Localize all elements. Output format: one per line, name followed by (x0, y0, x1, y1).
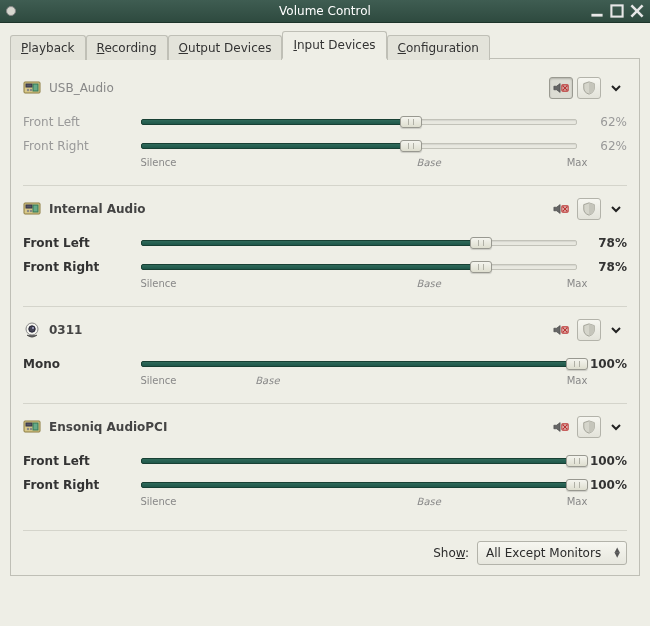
scale-max: Max (567, 278, 588, 289)
tabs: PlaybackRecordingOutput DevicesInput Dev… (10, 33, 640, 59)
scale-base: Base (417, 278, 441, 289)
window-close-button[interactable] (630, 4, 644, 18)
soundcard-icon (23, 79, 41, 97)
titlebar-appmenu[interactable] (6, 6, 16, 16)
scale-max: Max (567, 157, 588, 168)
svg-point-16 (30, 210, 32, 212)
svg-point-7 (27, 89, 29, 91)
mute-button[interactable] (549, 77, 573, 99)
device-name: USB_Audio (49, 81, 541, 95)
show-label: Show: (433, 546, 469, 560)
tab-playback[interactable]: Playback (10, 35, 86, 60)
channel-label: Front Left (23, 454, 141, 468)
scale-max: Max (567, 375, 588, 386)
volume-slider[interactable] (141, 137, 577, 155)
channel-label: Front Left (23, 115, 141, 129)
scale-base: Base (255, 375, 279, 386)
volume-slider[interactable] (141, 452, 577, 470)
default-fallback-button[interactable] (577, 198, 601, 220)
volume-slider[interactable] (141, 234, 577, 252)
show-combobox[interactable]: All Except Monitors ▲▼ (477, 541, 627, 565)
channel-row: Front Right62% (23, 133, 627, 157)
svg-rect-14 (33, 205, 38, 212)
channel-row: Mono100% (23, 351, 627, 375)
soundcard-icon (23, 418, 41, 436)
default-fallback-button[interactable] (577, 416, 601, 438)
scale-row: SilenceBaseMax (23, 157, 627, 177)
channel-percent: 78% (577, 260, 627, 274)
expand-toggle[interactable] (605, 319, 627, 341)
scale-max: Max (567, 496, 588, 507)
svg-rect-28 (33, 423, 38, 430)
scale-base: Base (417, 157, 441, 168)
scale-row: SilenceBaseMax (23, 278, 627, 298)
devices-panel: USB_AudioFront Left62%Front Right62%Sile… (23, 73, 627, 524)
volume-slider[interactable] (141, 355, 577, 373)
expand-toggle[interactable] (605, 77, 627, 99)
channel-label: Front Right (23, 478, 141, 492)
svg-rect-5 (26, 84, 32, 87)
device-usb-audio: USB_AudioFront Left62%Front Right62%Sile… (23, 73, 627, 185)
mute-button[interactable] (549, 416, 573, 438)
channel-percent: 78% (577, 236, 627, 250)
volume-slider[interactable] (141, 476, 577, 494)
svg-point-21 (29, 326, 35, 332)
svg-rect-27 (26, 423, 32, 426)
window-maximize-button[interactable] (610, 4, 624, 18)
scale-silence: Silence (140, 157, 176, 168)
combobox-spinner-icon: ▲▼ (615, 548, 620, 558)
channel-percent: 62% (577, 115, 627, 129)
tab-recording[interactable]: Recording (86, 35, 168, 60)
channel-row: Front Right100% (23, 472, 627, 496)
default-fallback-button[interactable] (577, 77, 601, 99)
scale-silence: Silence (140, 496, 176, 507)
svg-point-8 (30, 89, 32, 91)
svg-rect-13 (26, 205, 32, 208)
channel-label: Front Left (23, 236, 141, 250)
channel-row: Front Left62% (23, 109, 627, 133)
show-value: All Except Monitors (486, 546, 601, 560)
device-ensoniq-audiopci: Ensoniq AudioPCIFront Left100%Front Righ… (23, 403, 627, 524)
svg-rect-1 (611, 5, 622, 16)
mute-button[interactable] (549, 198, 573, 220)
channel-row: Front Right78% (23, 254, 627, 278)
scale-row: SilenceBaseMax (23, 496, 627, 516)
soundcard-icon (23, 200, 41, 218)
volume-slider[interactable] (141, 113, 577, 131)
channel-label: Mono (23, 357, 141, 371)
mute-button[interactable] (549, 319, 573, 341)
scale-silence: Silence (140, 278, 176, 289)
svg-point-22 (32, 327, 34, 329)
expand-toggle[interactable] (605, 198, 627, 220)
device-0311: 0311Mono100%SilenceBaseMax (23, 306, 627, 403)
device-name: 0311 (49, 323, 541, 337)
svg-point-29 (27, 428, 29, 430)
webcam-icon (23, 321, 41, 339)
scale-silence: Silence (140, 375, 176, 386)
device-name: Ensoniq AudioPCI (49, 420, 541, 434)
tab-output-devices[interactable]: Output Devices (168, 35, 283, 60)
device-internal-audio: Internal AudioFront Left78%Front Right78… (23, 185, 627, 306)
channel-label: Front Right (23, 260, 141, 274)
window-title: Volume Control (279, 4, 371, 18)
device-name: Internal Audio (49, 202, 541, 216)
window-minimize-button[interactable] (590, 4, 604, 18)
tab-configuration[interactable]: Configuration (387, 35, 490, 60)
channel-row: Front Left78% (23, 230, 627, 254)
svg-rect-6 (33, 84, 38, 91)
channel-label: Front Right (23, 139, 141, 153)
channel-percent: 62% (577, 139, 627, 153)
tab-input-devices[interactable]: Input Devices (282, 31, 386, 59)
svg-point-30 (30, 428, 32, 430)
scale-base: Base (417, 496, 441, 507)
volume-slider[interactable] (141, 258, 577, 276)
channel-row: Front Left100% (23, 448, 627, 472)
expand-toggle[interactable] (605, 416, 627, 438)
scale-row: SilenceBaseMax (23, 375, 627, 395)
default-fallback-button[interactable] (577, 319, 601, 341)
svg-point-15 (27, 210, 29, 212)
